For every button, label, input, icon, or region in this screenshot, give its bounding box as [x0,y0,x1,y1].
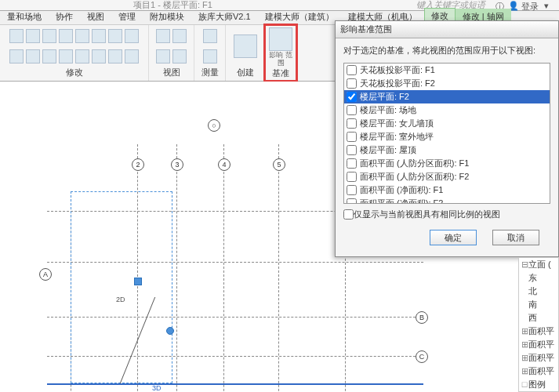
view-checkbox[interactable] [347,132,357,142]
grid-bubble-3[interactable]: 3 [171,158,183,171]
tab-model-arch[interactable]: 建模大师（建筑） [258,9,341,24]
view-list-item[interactable]: 天花板投影平面: F2 [344,77,550,90]
view-list-item[interactable]: 面积平面 (人防分区面积): F1 [344,157,550,170]
tool-icon[interactable] [203,49,217,64]
tab-mass-site[interactable]: 量和场地 [0,9,49,24]
grid-bubble-B[interactable]: B [416,311,428,324]
view-label: 楼层平面: 场地 [360,104,416,116]
tree-item[interactable]: 北 [519,285,558,298]
tree-item[interactable]: ⊞面积平 [519,365,558,378]
tool-icon[interactable] [108,29,122,43]
view-list-item[interactable]: 面积平面 (净面积): F1 [344,183,550,197]
grid-bubble-C[interactable]: C [416,350,428,363]
tree-item[interactable]: 东 [519,271,558,285]
tab-lib[interactable]: 族库大师V2.1 [191,9,258,24]
view-label: 楼层平面: 室外地坪 [360,131,434,143]
label-3d[interactable]: 3D [152,384,162,392]
view-checkbox[interactable] [347,185,357,195]
drag-handle[interactable] [134,278,142,285]
expand-icon[interactable]: ⊞ [521,366,528,376]
expand-icon[interactable]: ⊞ [521,326,528,336]
dialog-title: 影响基准范围 [336,21,558,38]
login-label[interactable]: 登录 [521,1,539,10]
view-list[interactable]: 天花板投影平面: F1天花板投影平面: F2楼层平面: F2楼层平面: 场地楼层… [343,63,550,204]
grid-bubble-2[interactable]: 2 [132,158,144,171]
view-label: 面积平面 (人防分区面积): F1 [360,158,469,169]
dropdown-icon[interactable]: ▾ [540,1,553,10]
cancel-button[interactable]: 取消 [492,230,539,245]
expand-icon[interactable]: ⊞ [521,353,528,363]
tab-addins[interactable]: 附加模块 [143,9,191,24]
grid-bubble-iso[interactable]: ○ [208,119,220,132]
view-checkbox[interactable] [347,65,357,75]
tool-icon[interactable] [172,49,187,64]
view-checkbox[interactable] [347,172,357,182]
view-list-item[interactable]: 楼层平面: 室外地坪 [344,130,550,143]
tool-icon[interactable] [9,49,24,64]
view-list-item[interactable]: 天花板投影平面: F1 [344,64,550,77]
project-browser[interactable]: ⊟立面 (东北南西⊞面积平⊞面积平⊞面积平⊞面积平□图例⊞明细表⊞图纸 ( [518,257,559,392]
view-list-item[interactable]: 楼层平面: F2 [344,90,550,103]
view-checkbox[interactable] [347,78,357,89]
tool-icon[interactable] [234,34,257,58]
propagate-extents-dialog: 影响基准范围 对于选定的基准，将此视图的范围应用于以下视图: 天花板投影平面: … [335,20,559,257]
panel-view: 视图 [149,25,194,81]
grid-bubble-A[interactable]: A [39,268,52,281]
panel-datum: 影响 范围 基准 [263,24,298,82]
tool-icon[interactable] [59,49,73,64]
tab-view[interactable]: 视图 [80,9,111,24]
tool-icon[interactable] [59,29,73,43]
tool-icon[interactable] [92,29,106,43]
tool-icon[interactable] [42,49,56,64]
tree-item[interactable]: ⊞面积平 [519,338,558,351]
view-label: 面积平面 (人防分区面积): F2 [360,171,469,183]
tool-icon[interactable] [125,29,139,43]
tool-icon[interactable] [156,49,170,64]
tool-icon[interactable] [26,29,40,43]
view-checkbox[interactable] [347,145,357,155]
view-checkbox[interactable] [347,118,357,129]
same-scale-check[interactable]: 仅显示与当前视图具有相同比例的视图 [336,204,558,225]
view-list-item[interactable]: 楼层平面: 女儿墙顶 [344,117,550,130]
tool-icon[interactable] [92,49,106,64]
tool-icon[interactable] [9,29,24,43]
tool-icon[interactable] [203,29,217,43]
view-label: 面积平面 (净面积): F1 [360,184,443,196]
view-label: 楼层平面: 屋顶 [360,144,416,156]
grid-bubble-4[interactable]: 4 [218,158,230,171]
view-list-item[interactable]: 楼层平面: 屋顶 [344,143,550,157]
view-checkbox[interactable] [347,198,357,204]
tool-icon[interactable] [26,49,40,64]
tree-item[interactable]: 南 [519,298,558,311]
tool-icon[interactable] [125,49,139,64]
tree-item[interactable]: ⊟立面 ( [519,258,558,271]
view-checkbox[interactable] [347,92,357,102]
same-scale-checkbox[interactable] [343,209,354,220]
tool-icon[interactable] [42,29,56,43]
panel-label: 基准 [272,67,289,80]
view-checkbox[interactable] [347,105,357,115]
view-list-item[interactable]: 面积平面 (净面积): F2 [344,197,550,204]
view-list-item[interactable]: 楼层平面: 场地 [344,103,550,117]
expand-icon[interactable]: ⊟ [521,260,528,270]
ok-button[interactable]: 确定 [430,230,477,245]
view-label: 天花板投影平面: F2 [360,78,435,89]
tool-icon[interactable] [156,29,170,43]
tree-item[interactable]: 西 [519,311,558,325]
tab-manage[interactable]: 管理 [111,9,143,24]
expand-icon[interactable]: ⊞ [521,339,528,350]
tool-icon[interactable] [75,29,89,43]
view-checkbox[interactable] [347,158,357,169]
propagate-extents-icon[interactable] [269,27,292,51]
panel-label: 视图 [163,66,180,79]
tree-item[interactable]: ⊞面积平 [519,325,558,338]
tool-icon[interactable] [172,29,187,43]
tool-icon[interactable] [108,49,122,64]
expand-icon[interactable]: □ [521,379,528,389]
view-list-item[interactable]: 面积平面 (人防分区面积): F2 [344,170,550,183]
grid-bubble-5[interactable]: 5 [273,158,285,171]
tree-item[interactable]: ⊞面积平 [519,351,558,365]
tool-icon[interactable] [75,49,89,64]
tree-item[interactable]: □图例 [519,378,558,391]
tab-collab[interactable]: 协作 [49,9,80,24]
